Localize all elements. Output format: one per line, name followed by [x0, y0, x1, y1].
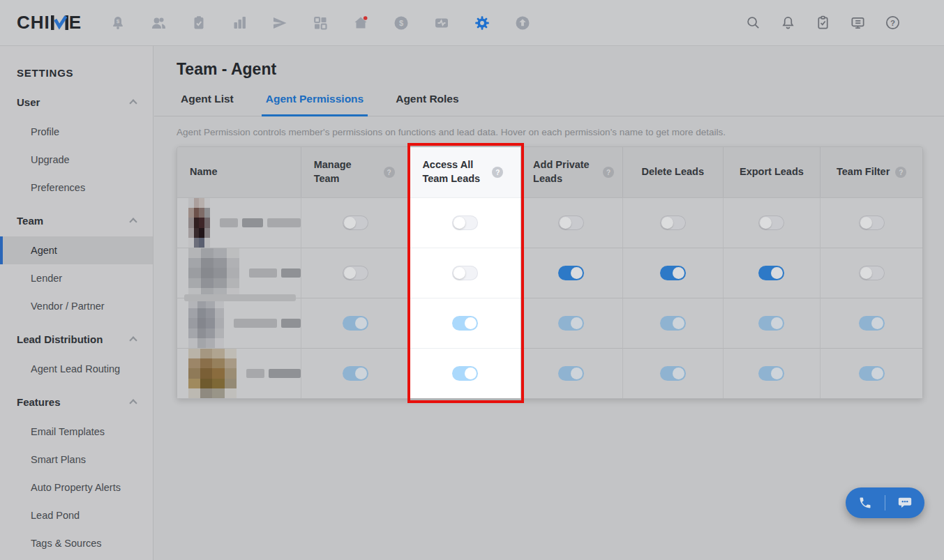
table-header-row: Name Manage Team ? Access All Team Leads… — [177, 147, 922, 197]
toggle-manage-team[interactable] — [343, 266, 368, 280]
column-header-add-private-leads: Add Private Leads ? — [520, 147, 623, 197]
apps-grid-icon[interactable] — [312, 15, 329, 31]
member-avatar — [188, 349, 237, 398]
toggle-delete-leads[interactable] — [660, 215, 686, 230]
export-leads-cell — [724, 248, 821, 298]
table-row — [177, 348, 922, 398]
sidebar-section-lead-distribution[interactable]: Lead Distribution — [0, 323, 153, 355]
toggle-add-private-leads[interactable] — [558, 266, 584, 280]
properties-home-icon[interactable] — [352, 15, 369, 31]
logo-text-left: CHI — [17, 12, 50, 33]
table-body — [177, 197, 922, 398]
page-title: Team - Agent — [177, 60, 944, 79]
sidebar-section-team[interactable]: Team — [0, 204, 153, 236]
member-name-cell — [177, 248, 301, 298]
sidebar-item-profile[interactable]: Profile — [0, 118, 153, 146]
access-all-team-leads-cell — [410, 298, 520, 348]
toggle-export-leads[interactable] — [758, 266, 784, 280]
toggle-delete-leads[interactable] — [660, 266, 686, 280]
sidebar-section-features[interactable]: Features — [0, 386, 153, 418]
notification-dot — [364, 16, 368, 20]
manage-team-cell — [301, 248, 410, 298]
chime-logo[interactable]: CHIE — [17, 12, 82, 33]
help-icon[interactable]: ? — [384, 167, 395, 178]
sidebar-item-email-templates[interactable]: Email Templates — [0, 418, 153, 446]
sidebar-item-preferences[interactable]: Preferences — [0, 174, 153, 202]
toggle-add-private-leads[interactable] — [558, 215, 584, 230]
section-title: Lead Distribution — [17, 333, 103, 345]
access-all-team-leads-cell — [410, 348, 520, 398]
notifications-bell-icon[interactable] — [780, 15, 796, 31]
toggle-manage-team[interactable] — [343, 215, 368, 230]
redacted-name — [246, 369, 301, 378]
settings-sidebar: SETTINGS User Profile Upgrade Preference… — [0, 46, 153, 560]
floating-action-pill — [846, 487, 924, 518]
toggle-access-all-team-leads[interactable] — [452, 366, 478, 381]
sidebar-section-user[interactable]: User — [0, 86, 153, 118]
toggle-access-all-team-leads[interactable] — [452, 316, 478, 331]
billing-dollar-icon[interactable]: $ — [393, 15, 410, 31]
settings-gear-icon[interactable] — [474, 15, 490, 31]
logo-text-right: E — [69, 12, 82, 33]
permissions-description: Agent Permission controls member's permi… — [177, 127, 922, 137]
chevron-up-icon — [129, 336, 137, 344]
sidebar-item-vendor-partner[interactable]: Vendor / Partner — [0, 292, 153, 320]
svg-text:$: $ — [117, 18, 120, 24]
toggle-manage-team[interactable] — [343, 366, 368, 381]
tasks-icon[interactable] — [190, 15, 207, 31]
todo-checklist-icon[interactable] — [815, 15, 831, 31]
member-avatar — [188, 248, 239, 298]
sales-notifications-icon[interactable]: $ — [110, 15, 126, 31]
team-filter-cell — [821, 248, 922, 298]
toggle-access-all-team-leads[interactable] — [452, 215, 478, 230]
search-icon[interactable] — [745, 15, 761, 31]
logo-check-m-icon — [51, 15, 68, 30]
system-monitor-icon[interactable] — [850, 15, 866, 31]
contacts-icon[interactable] — [150, 15, 167, 31]
toggle-team-filter[interactable] — [859, 316, 885, 331]
sidebar-item-lender[interactable]: Lender — [0, 264, 153, 292]
delete-leads-cell — [623, 197, 724, 248]
toggle-add-private-leads[interactable] — [558, 316, 584, 331]
toggle-team-filter[interactable] — [859, 266, 885, 280]
help-icon[interactable]: ? — [492, 167, 503, 178]
chat-button[interactable] — [893, 491, 917, 515]
chevron-up-icon — [129, 99, 137, 107]
help-icon[interactable]: ? — [885, 15, 901, 31]
chevron-up-icon — [129, 218, 137, 225]
tab-agent-list[interactable]: Agent List — [177, 90, 238, 116]
toggle-export-leads[interactable] — [758, 366, 784, 381]
reports-icon[interactable] — [231, 15, 248, 31]
toggle-add-private-leads[interactable] — [558, 366, 584, 381]
upgrade-icon[interactable] — [514, 15, 531, 31]
toggle-team-filter[interactable] — [859, 366, 885, 381]
sidebar-item-agent[interactable]: Agent — [0, 236, 153, 264]
campaigns-icon[interactable] — [271, 15, 288, 31]
help-icon[interactable]: ? — [895, 167, 906, 178]
column-header-delete-leads: Delete Leads — [623, 147, 724, 197]
tab-agent-roles[interactable]: Agent Roles — [391, 90, 463, 116]
delete-leads-cell — [623, 348, 724, 398]
toggle-manage-team[interactable] — [343, 316, 368, 331]
delete-leads-cell — [623, 248, 724, 298]
call-button[interactable] — [853, 491, 877, 515]
toggle-export-leads[interactable] — [758, 316, 784, 331]
help-icon[interactable]: ? — [603, 167, 614, 178]
column-header-access-all-team-leads: Access All Team Leads ? — [410, 147, 520, 197]
toggle-delete-leads[interactable] — [660, 366, 686, 381]
toggle-export-leads[interactable] — [758, 215, 784, 230]
member-name-cell — [177, 298, 301, 348]
sidebar-item-upgrade[interactable]: Upgrade — [0, 146, 153, 174]
toggle-delete-leads[interactable] — [660, 316, 686, 331]
toggle-team-filter[interactable] — [859, 215, 885, 230]
activity-icon[interactable] — [433, 15, 450, 31]
member-name-cell — [177, 197, 301, 248]
toggle-access-all-team-leads[interactable] — [452, 266, 478, 280]
export-leads-cell — [724, 348, 821, 398]
sidebar-item-smart-plans[interactable]: Smart Plans — [0, 446, 153, 474]
sidebar-item-auto-property-alerts[interactable]: Auto Property Alerts — [0, 474, 153, 501]
sidebar-item-tags-sources[interactable]: Tags & Sources — [0, 529, 153, 557]
sidebar-item-agent-lead-routing[interactable]: Agent Lead Routing — [0, 355, 153, 383]
tab-agent-permissions[interactable]: Agent Permissions — [262, 90, 368, 116]
sidebar-item-lead-pond[interactable]: Lead Pond — [0, 501, 153, 529]
